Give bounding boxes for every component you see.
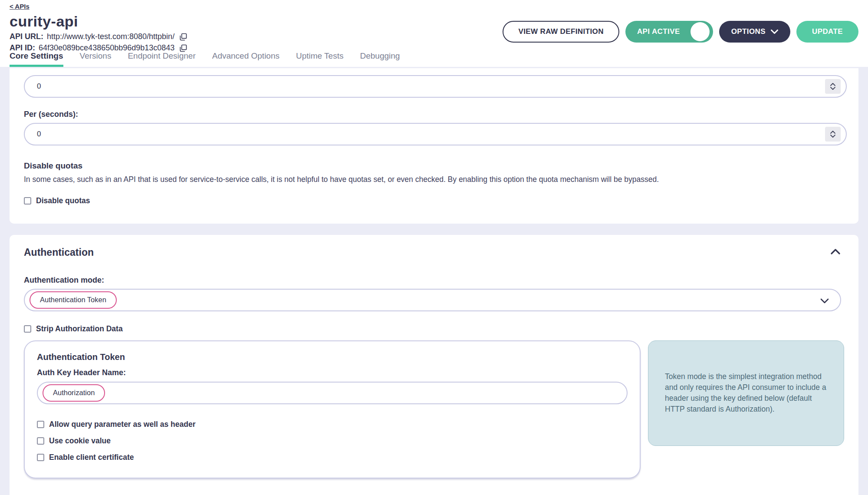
tab-endpoint-designer[interactable]: Endpoint Designer — [128, 51, 195, 67]
allow-query-param-label: Allow query parameter as well as header — [49, 420, 196, 429]
disable-quotas-heading: Disable quotas — [24, 161, 847, 171]
enable-client-certificate-checkbox[interactable] — [37, 454, 44, 461]
rate-input[interactable] — [24, 75, 847, 98]
api-url-label: API URL: — [10, 32, 43, 41]
disable-quotas-description: In some cases, such as in an API that is… — [24, 175, 847, 185]
use-cookie-value-checkbox[interactable] — [37, 437, 44, 445]
breadcrumb-back-to-apis[interactable]: < APIs — [10, 3, 30, 10]
chevron-up-icon[interactable] — [831, 249, 840, 254]
tab-bar: Core Settings Versions Endpoint Designer… — [10, 51, 400, 67]
tab-uptime-tests[interactable]: Uptime Tests — [296, 51, 343, 67]
toggle-knob — [690, 22, 710, 41]
chevron-down-icon — [820, 298, 829, 304]
enable-client-certificate-checkbox-row[interactable]: Enable client certificate — [37, 453, 628, 462]
auth-token-options: Allow query parameter as well as header … — [37, 420, 628, 462]
update-button[interactable]: UPDATE — [796, 21, 858, 43]
authentication-heading: Authentication — [24, 247, 841, 258]
tab-core-settings[interactable]: Core Settings — [10, 51, 63, 67]
authentication-card: Authentication Authentication mode: Auth… — [10, 235, 858, 495]
auth-mode-select[interactable]: Authentication Token — [24, 289, 841, 311]
api-active-toggle[interactable]: API ACTIVE — [625, 21, 713, 43]
disable-quotas-checkbox[interactable] — [24, 197, 31, 205]
tab-versions[interactable]: Versions — [80, 51, 112, 67]
options-label: OPTIONS — [731, 27, 766, 36]
strip-authorization-checkbox-row[interactable]: Strip Authorization Data — [24, 324, 841, 333]
number-stepper-icon[interactable] — [825, 79, 841, 94]
token-mode-info-box: Token mode is the simplest integration m… — [648, 340, 844, 446]
page-header: < APIs curity-api API URL: http://www.ty… — [0, 0, 868, 67]
auth-key-header-pill: Authorization — [43, 384, 105, 402]
auth-token-heading: Authentication Token — [37, 352, 628, 362]
api-active-label: API ACTIVE — [637, 27, 680, 36]
disable-quotas-checkbox-row[interactable]: Disable quotas — [24, 196, 847, 205]
auth-mode-label: Authentication mode: — [24, 276, 841, 285]
number-stepper-icon[interactable] — [825, 127, 841, 142]
tab-debugging[interactable]: Debugging — [360, 51, 400, 67]
view-raw-definition-button[interactable]: VIEW RAW DEFINITION — [503, 21, 619, 43]
use-cookie-value-checkbox-row[interactable]: Use cookie value — [37, 436, 628, 446]
per-seconds-input[interactable] — [24, 123, 847, 145]
token-mode-info-text: Token mode is the simplest integration m… — [665, 371, 827, 415]
rate-limit-card: Per (seconds): Disable quotas In some ca… — [10, 68, 858, 224]
per-seconds-field — [24, 123, 847, 145]
per-seconds-label: Per (seconds): — [24, 110, 847, 119]
tab-advanced-options[interactable]: Advanced Options — [212, 51, 279, 67]
header-actions: VIEW RAW DEFINITION API ACTIVE OPTIONS U… — [503, 21, 858, 43]
allow-query-param-checkbox[interactable] — [37, 421, 44, 428]
options-button[interactable]: OPTIONS — [719, 21, 790, 43]
auth-key-header-label: Auth Key Header Name: — [37, 368, 628, 377]
copy-icon[interactable] — [179, 33, 187, 41]
rate-field — [24, 75, 847, 98]
api-url-value: http://www.tyk-test.com:8080/httpbin/ — [47, 32, 174, 41]
strip-authorization-checkbox-label: Strip Authorization Data — [36, 324, 123, 333]
auth-mode-selected-pill: Authentication Token — [30, 291, 117, 309]
auth-token-panel: Authentication Token Auth Key Header Nam… — [24, 340, 641, 478]
chevron-down-icon — [771, 30, 778, 34]
auth-token-row: Authentication Token Auth Key Header Nam… — [24, 340, 841, 478]
use-cookie-value-label: Use cookie value — [49, 436, 111, 446]
main-content: Per (seconds): Disable quotas In some ca… — [0, 67, 868, 495]
disable-quotas-checkbox-label: Disable quotas — [36, 196, 90, 205]
strip-authorization-checkbox[interactable] — [24, 325, 31, 333]
auth-key-header-field[interactable]: Authorization — [37, 382, 628, 404]
enable-client-certificate-label: Enable client certificate — [49, 453, 134, 462]
allow-query-param-checkbox-row[interactable]: Allow query parameter as well as header — [37, 420, 628, 429]
